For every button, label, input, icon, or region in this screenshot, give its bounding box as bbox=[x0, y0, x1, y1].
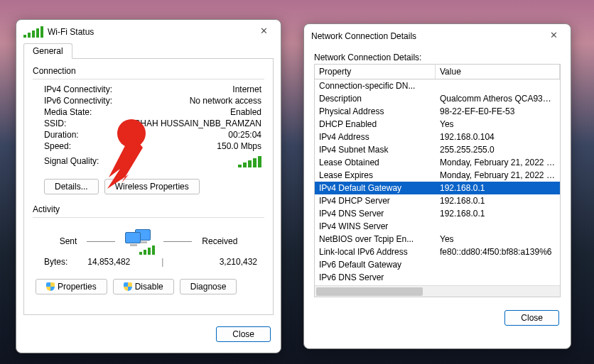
value-cell: 192.168.0.1 bbox=[440, 182, 556, 194]
wireless-properties-button[interactable]: Wireless Properties bbox=[104, 179, 200, 194]
table-row[interactable]: IPv6 DNS Server bbox=[315, 271, 560, 284]
value-cell: 98-22-EF-E0-FE-53 bbox=[440, 105, 556, 118]
list-header[interactable]: Property Value bbox=[314, 64, 561, 79]
activity-graphic: Sent Received bbox=[33, 222, 264, 256]
table-row[interactable]: IPv4 DNS Server192.168.0.1 bbox=[315, 207, 560, 220]
table-row[interactable]: IPv4 DHCP Server192.168.0.1 bbox=[315, 194, 560, 207]
table-row[interactable]: IPv4 Default Gateway192.168.0.1 bbox=[315, 182, 560, 194]
value-cell: Yes bbox=[440, 233, 556, 246]
tabstrip: General bbox=[16, 41, 281, 58]
properties-button[interactable]: Properties bbox=[36, 279, 107, 294]
details-list[interactable]: Connection-specific DN...DescriptionQual… bbox=[314, 79, 561, 297]
titlebar[interactable]: Wi-Fi Status ✕ bbox=[16, 20, 281, 41]
property-cell: IPv6 Default Gateway bbox=[319, 258, 440, 271]
value-cell: 255.255.255.0 bbox=[440, 143, 556, 156]
ipv4-value: Internet bbox=[232, 84, 261, 94]
details-button[interactable]: Details... bbox=[44, 179, 99, 194]
property-cell: IPv4 WINS Server bbox=[319, 220, 440, 233]
signal-bars-icon bbox=[238, 156, 261, 167]
table-row[interactable]: Lease ObtainedMonday, February 21, 2022 … bbox=[315, 156, 560, 169]
value-cell: 192.168.0.1 bbox=[440, 194, 556, 207]
property-cell: IPv4 DNS Server bbox=[319, 207, 440, 220]
table-row[interactable]: IPv4 Subnet Mask255.255.255.0 bbox=[315, 143, 560, 156]
media-label: Media State: bbox=[44, 107, 92, 117]
tab-general[interactable]: General bbox=[23, 43, 72, 59]
value-cell bbox=[440, 258, 556, 271]
value-cell: Qualcomm Atheros QCA9377 Wireless Ne bbox=[440, 92, 556, 105]
property-cell: DHCP Enabled bbox=[319, 118, 440, 131]
property-cell: Lease Obtained bbox=[319, 156, 440, 169]
col-value[interactable]: Value bbox=[436, 65, 560, 79]
table-row[interactable]: Link-local IPv6 Addressfe80::dd80:4f50:b… bbox=[315, 246, 560, 258]
property-cell: Lease Expires bbox=[319, 169, 440, 182]
table-row[interactable]: IPv4 WINS Server bbox=[315, 220, 560, 233]
tab-body: Connection IPv4 Connectivity:Internet IP… bbox=[23, 58, 274, 315]
value-cell: Monday, February 21, 2022 12:05:20 PM bbox=[440, 169, 556, 182]
window-title: Network Connection Details bbox=[311, 31, 544, 41]
received-label: Received bbox=[202, 236, 237, 246]
property-cell: Link-local IPv6 Address bbox=[319, 246, 440, 258]
table-row[interactable]: Lease ExpiresMonday, February 21, 2022 1… bbox=[315, 169, 560, 182]
ipv6-value: No network access bbox=[190, 96, 261, 106]
close-icon[interactable]: ✕ bbox=[254, 25, 274, 39]
value-cell: 192.168.0.1 bbox=[440, 207, 556, 220]
close-button[interactable]: Close bbox=[216, 326, 271, 342]
diagnose-button[interactable]: Diagnose bbox=[180, 279, 237, 294]
ipv6-label: IPv6 Connectivity: bbox=[44, 96, 112, 106]
disable-button[interactable]: Disable bbox=[113, 279, 174, 294]
group-activity: Activity bbox=[33, 204, 264, 214]
property-cell: Physical Address bbox=[319, 105, 440, 118]
table-row[interactable]: Physical Address98-22-EF-E0-FE-53 bbox=[315, 105, 560, 118]
value-cell: 192.168.0.104 bbox=[440, 131, 556, 143]
wifi-icon bbox=[23, 26, 43, 38]
table-row[interactable]: NetBIOS over Tcpip En...Yes bbox=[315, 233, 560, 246]
value-cell bbox=[440, 79, 556, 92]
speed-label: Speed: bbox=[44, 141, 71, 151]
horizontal-scrollbar[interactable] bbox=[315, 285, 560, 297]
network-details-window: Network Connection Details ✕ Network Con… bbox=[303, 23, 571, 349]
shield-icon bbox=[46, 282, 55, 291]
window-title: Wi-Fi Status bbox=[48, 27, 254, 37]
value-cell bbox=[440, 271, 556, 284]
ssid-label: SSID: bbox=[44, 118, 66, 128]
property-cell: NetBIOS over Tcpip En... bbox=[319, 233, 440, 246]
table-row[interactable]: IPv4 Address192.168.0.104 bbox=[315, 131, 560, 143]
property-cell: IPv6 DNS Server bbox=[319, 271, 440, 284]
table-row[interactable]: DHCP EnabledYes bbox=[315, 118, 560, 131]
shield-icon bbox=[124, 282, 132, 291]
value-cell: Monday, February 21, 2022 10:05:21 AM bbox=[440, 156, 556, 169]
bytes-sent: 14,853,482 bbox=[62, 257, 156, 267]
value-cell bbox=[440, 220, 556, 233]
property-cell: IPv4 DHCP Server bbox=[319, 194, 440, 207]
speed-value: 150.0 Mbps bbox=[217, 141, 261, 151]
property-cell: IPv4 Subnet Mask bbox=[319, 143, 440, 156]
close-icon[interactable]: ✕ bbox=[544, 29, 563, 43]
signal-label: Signal Quality: bbox=[44, 156, 99, 167]
sent-label: Sent bbox=[60, 236, 77, 246]
property-cell: IPv4 Address bbox=[319, 131, 440, 143]
table-row[interactable]: IPv6 Default Gateway bbox=[315, 258, 560, 271]
property-cell: IPv4 Default Gateway bbox=[319, 182, 440, 194]
property-cell: Description bbox=[319, 92, 440, 105]
property-cell: Connection-specific DN... bbox=[319, 79, 440, 92]
wifi-status-window: Wi-Fi Status ✕ General Connection IPv4 C… bbox=[16, 19, 281, 353]
value-cell: Yes bbox=[440, 118, 556, 131]
duration-value: 00:25:04 bbox=[228, 130, 261, 140]
titlebar[interactable]: Network Connection Details ✕ bbox=[304, 24, 571, 45]
ipv4-label: IPv4 Connectivity: bbox=[44, 84, 112, 94]
close-button[interactable]: Close bbox=[504, 310, 559, 326]
ssid-value: SHAH HUSSAIN_NBB_RAMZAN bbox=[134, 118, 261, 128]
value-cell: fe80::dd80:4f50:bf88:a139%6 bbox=[440, 246, 556, 258]
table-row[interactable]: DescriptionQualcomm Atheros QCA9377 Wire… bbox=[315, 92, 560, 105]
details-label: Network Connection Details: bbox=[314, 48, 561, 64]
media-value: Enabled bbox=[230, 107, 261, 117]
bytes-received: 3,210,432 bbox=[163, 257, 257, 267]
network-activity-icon bbox=[125, 229, 153, 253]
col-property[interactable]: Property bbox=[315, 65, 436, 79]
duration-label: Duration: bbox=[44, 130, 79, 140]
group-connection: Connection bbox=[33, 66, 264, 76]
table-row[interactable]: Connection-specific DN... bbox=[315, 79, 560, 92]
